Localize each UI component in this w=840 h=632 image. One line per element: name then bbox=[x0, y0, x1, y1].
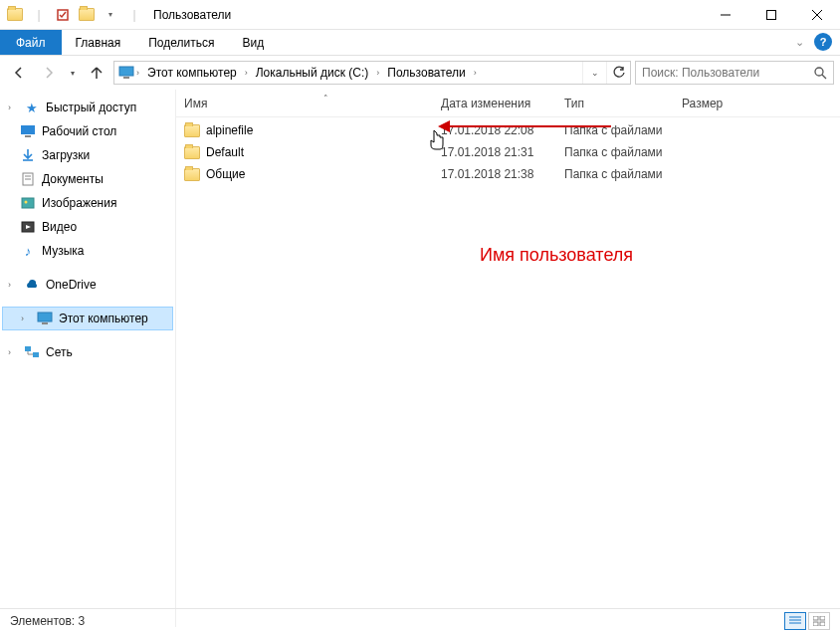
maximize-button[interactable] bbox=[748, 0, 794, 30]
folder-icon bbox=[4, 4, 26, 26]
chevron-right-icon[interactable]: › bbox=[8, 103, 18, 112]
svg-point-16 bbox=[25, 201, 28, 204]
refresh-button[interactable] bbox=[606, 62, 630, 84]
svg-line-8 bbox=[822, 75, 826, 79]
svg-rect-15 bbox=[22, 198, 34, 208]
file-date: 17.01.2018 21:38 bbox=[441, 167, 564, 181]
close-button[interactable] bbox=[794, 0, 840, 30]
tab-view[interactable]: Вид bbox=[228, 30, 278, 55]
folder-icon bbox=[184, 124, 200, 137]
svg-rect-27 bbox=[813, 622, 818, 626]
videos-icon bbox=[20, 219, 36, 235]
chevron-right-icon[interactable]: › bbox=[134, 68, 141, 78]
column-name[interactable]: Имя˄ bbox=[184, 97, 441, 110]
help-icon[interactable]: ? bbox=[814, 33, 832, 51]
chevron-right-icon[interactable]: › bbox=[21, 314, 31, 323]
navigation-pane: › ★ Быстрый доступ Рабочий стол Загрузки… bbox=[0, 90, 176, 627]
svg-rect-26 bbox=[820, 616, 825, 620]
sort-indicator-icon: ˄ bbox=[323, 94, 328, 104]
file-type: Папка с файлами bbox=[564, 167, 682, 181]
sidebar-item-downloads[interactable]: Загрузки bbox=[0, 143, 175, 167]
column-size[interactable]: Размер bbox=[682, 97, 771, 110]
star-icon: ★ bbox=[24, 100, 40, 115]
sidebar-this-pc[interactable]: › Этот компьютер bbox=[2, 307, 173, 330]
sidebar-item-label: Документы bbox=[42, 172, 104, 186]
view-details-button[interactable] bbox=[784, 612, 806, 630]
breadcrumb-thispc[interactable]: Этот компьютер bbox=[141, 62, 243, 84]
folder-icon bbox=[184, 168, 200, 181]
svg-rect-25 bbox=[813, 616, 818, 620]
chevron-right-icon[interactable]: › bbox=[472, 68, 479, 78]
file-row[interactable]: alpinefile 17.01.2018 22:08 Папка с файл… bbox=[176, 119, 840, 141]
search-box[interactable] bbox=[635, 61, 834, 85]
tab-home[interactable]: Главная bbox=[62, 30, 135, 55]
sidebar-item-label: Загрузки bbox=[42, 148, 90, 162]
qat-dropdown[interactable]: ▾ bbox=[100, 4, 121, 26]
svg-rect-18 bbox=[38, 313, 52, 321]
file-row[interactable]: Общие 17.01.2018 21:38 Папка с файлами bbox=[176, 163, 840, 185]
sidebar-item-label: Этот компьютер bbox=[59, 312, 148, 325]
chevron-right-icon[interactable]: › bbox=[243, 68, 250, 78]
search-icon[interactable] bbox=[813, 66, 827, 80]
breadcrumb-drive[interactable]: Локальный диск (C:) bbox=[250, 62, 375, 84]
search-input[interactable] bbox=[642, 66, 813, 80]
file-row[interactable]: Default 17.01.2018 21:31 Папка с файлами bbox=[176, 141, 840, 163]
column-date[interactable]: Дата изменения bbox=[441, 97, 564, 110]
music-icon: ♪ bbox=[20, 243, 36, 259]
sidebar-item-pictures[interactable]: Изображения bbox=[0, 191, 175, 215]
sidebar-item-documents[interactable]: Документы bbox=[0, 167, 175, 191]
sidebar-item-label: Видео bbox=[42, 220, 77, 234]
sidebar-item-music[interactable]: ♪Музыка bbox=[0, 239, 175, 263]
column-label: Имя bbox=[184, 97, 207, 110]
chevron-right-icon[interactable]: › bbox=[374, 68, 381, 78]
tab-file[interactable]: Файл bbox=[0, 30, 62, 55]
window-controls bbox=[703, 0, 840, 30]
view-icons-button[interactable] bbox=[808, 612, 830, 630]
svg-rect-9 bbox=[21, 125, 35, 134]
address-field[interactable]: › Этот компьютер › Локальный диск (C:) ›… bbox=[113, 61, 631, 85]
annotation-text: Имя пользователя bbox=[480, 245, 633, 266]
svg-rect-2 bbox=[767, 10, 776, 19]
sidebar-item-videos[interactable]: Видео bbox=[0, 215, 175, 239]
content-area: › ★ Быстрый доступ Рабочий стол Загрузки… bbox=[0, 90, 840, 627]
cloud-icon bbox=[24, 277, 40, 293]
folder-icon bbox=[184, 146, 200, 159]
minimize-button[interactable] bbox=[703, 0, 748, 30]
pc-icon bbox=[118, 65, 134, 81]
sidebar-onedrive[interactable]: › OneDrive bbox=[0, 273, 175, 297]
sidebar-item-label: Изображения bbox=[42, 196, 116, 210]
status-item-count: Элементов: 3 bbox=[10, 614, 85, 628]
qat-newfolder-button[interactable] bbox=[76, 4, 98, 26]
file-name: Default bbox=[206, 145, 244, 159]
tab-share[interactable]: Поделиться bbox=[134, 30, 228, 55]
svg-rect-19 bbox=[42, 322, 48, 324]
qat-properties-button[interactable] bbox=[52, 4, 74, 26]
svg-rect-20 bbox=[25, 346, 31, 351]
up-button[interactable] bbox=[84, 60, 109, 86]
svg-point-7 bbox=[815, 68, 823, 76]
chevron-right-icon[interactable]: › bbox=[8, 280, 18, 290]
svg-rect-5 bbox=[119, 67, 133, 76]
svg-rect-28 bbox=[820, 622, 825, 626]
sidebar-quick-access[interactable]: › ★ Быстрый доступ bbox=[0, 96, 175, 119]
breadcrumb-users[interactable]: Пользователи bbox=[381, 62, 471, 84]
cursor-pointer-icon bbox=[428, 129, 446, 151]
forward-button[interactable] bbox=[36, 60, 62, 86]
svg-rect-10 bbox=[25, 135, 31, 137]
column-type[interactable]: Тип bbox=[564, 97, 682, 110]
chevron-right-icon[interactable]: › bbox=[8, 347, 18, 357]
annotation-arrow bbox=[442, 125, 611, 127]
file-rows: alpinefile 17.01.2018 22:08 Папка с файл… bbox=[176, 117, 840, 185]
history-dropdown[interactable]: ▾ bbox=[66, 60, 80, 86]
file-type: Папка с файлами bbox=[564, 145, 682, 159]
svg-rect-6 bbox=[123, 77, 129, 79]
ribbon-collapse-icon[interactable]: ⌄ bbox=[795, 36, 804, 49]
column-headers: Имя˄ Дата изменения Тип Размер bbox=[176, 90, 840, 117]
file-name: alpinefile bbox=[206, 123, 253, 137]
sidebar-network[interactable]: › Сеть bbox=[0, 340, 175, 364]
sidebar-item-desktop[interactable]: Рабочий стол bbox=[0, 119, 175, 143]
back-button[interactable] bbox=[6, 60, 32, 86]
file-list: Имя˄ Дата изменения Тип Размер alpinefil… bbox=[176, 90, 840, 627]
qat-separator: | bbox=[28, 4, 50, 26]
address-dropdown[interactable]: ⌄ bbox=[582, 62, 606, 84]
